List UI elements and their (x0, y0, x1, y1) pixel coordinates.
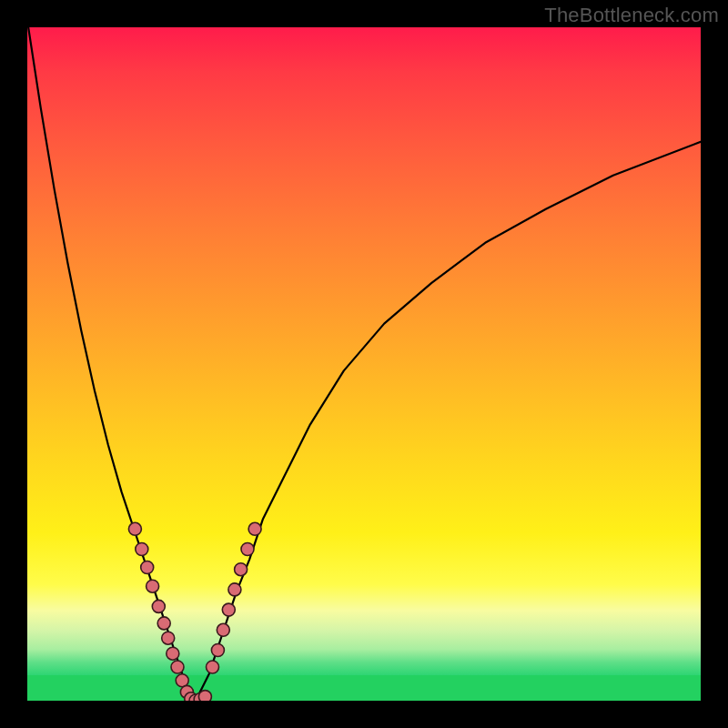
data-dot (141, 561, 154, 574)
data-dot (198, 691, 211, 701)
chart-svg (27, 27, 701, 701)
watermark-text: TheBottleneck.com (544, 4, 719, 27)
data-dot (235, 563, 248, 576)
data-dot (162, 632, 175, 644)
data-dot (147, 580, 159, 592)
data-dot (207, 661, 219, 673)
data-dot (228, 583, 241, 596)
curve-left (27, 27, 196, 701)
data-dot (136, 543, 148, 556)
data-dot (211, 644, 224, 657)
plot-area (27, 27, 701, 701)
data-dot (248, 522, 261, 535)
data-dot (157, 617, 170, 630)
data-dots (128, 522, 261, 701)
chart-frame: TheBottleneck.com (0, 0, 728, 728)
data-dot (171, 661, 184, 673)
data-dot (222, 603, 235, 616)
data-dot (152, 600, 165, 612)
data-dot (128, 522, 141, 535)
curve-right (196, 142, 701, 701)
data-dot (241, 543, 254, 556)
data-dot (167, 647, 179, 660)
data-dot (217, 623, 229, 636)
